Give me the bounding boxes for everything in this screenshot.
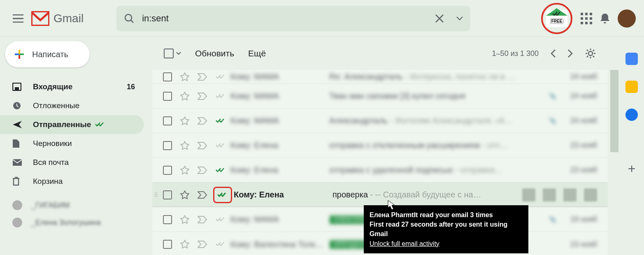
row-checkbox[interactable] [163, 92, 172, 101]
svg-rect-6 [585, 17, 588, 20]
row-checkbox[interactable] [163, 141, 172, 150]
mailtrack-tooltip: Елена PharmtIt read your email 3 times F… [364, 205, 528, 253]
importance-icon[interactable] [198, 142, 207, 149]
nav-allmail[interactable]: Вся почта [0, 153, 144, 172]
svg-rect-5 [581, 17, 583, 20]
importance-icon[interactable] [198, 167, 207, 174]
nav-sent[interactable]: Отправленные [0, 115, 144, 134]
star-icon[interactable] [180, 240, 189, 249]
snooze-icon[interactable] [584, 188, 597, 202]
extension-free-label: FREE [550, 19, 564, 24]
avatar-icon [12, 200, 22, 210]
attachment-icon: 📎 [549, 117, 560, 125]
tooltip-unlock-link[interactable]: Unlock full email activity [370, 240, 439, 247]
nav-label: Входящие [33, 82, 72, 91]
email-row[interactable]: Кому: МАМА Александрталь - Жителям Алекс… [152, 109, 608, 133]
tasks-addon-icon[interactable] [625, 109, 638, 121]
account-avatar[interactable] [618, 9, 636, 28]
star-icon[interactable] [180, 92, 189, 101]
main-menu-button[interactable] [8, 9, 28, 28]
hamburger-icon [13, 14, 23, 23]
calendar-addon-icon[interactable] [625, 53, 638, 65]
row-date: 23 нояб [560, 240, 597, 249]
nav-drafts[interactable]: Черновики [0, 134, 144, 153]
chat-contact[interactable]: _ГИГАБИМ [0, 197, 144, 214]
gmail-logo-icon [31, 11, 49, 26]
track-status-icon [216, 93, 229, 99]
importance-icon[interactable] [198, 117, 207, 125]
vertical-scrollbar[interactable] [610, 70, 618, 152]
row-sender: Кому: Елена [230, 141, 329, 150]
nav-label: Корзина [33, 177, 63, 186]
importance-icon[interactable] [198, 73, 207, 81]
row-date: 24 нояб [560, 116, 597, 125]
nav-snoozed[interactable]: Отложенные [0, 96, 144, 115]
nav-trash[interactable]: Корзина [0, 172, 144, 191]
importance-icon[interactable] [198, 191, 207, 199]
pager-prev-icon[interactable] [550, 49, 556, 58]
email-row[interactable]: Кому: Елена отправка с отключенным расши… [152, 133, 608, 158]
select-all-checkbox[interactable] [164, 49, 174, 58]
row-subject: отправка с удаленной подписью - отправка… [329, 165, 560, 175]
email-row-hovered[interactable]: ⠿ Кому: Елена проверка - -- Создавай буд… [152, 183, 608, 207]
select-dropdown-icon[interactable] [176, 52, 181, 55]
list-toolbar: Обновить Ещё 1–50 из 1 300 [152, 37, 608, 70]
nav-list: Входящие 16 Отложенные Отправленные Черн… [0, 77, 144, 191]
apps-grid-icon[interactable] [581, 13, 592, 24]
row-checkbox[interactable] [163, 190, 172, 199]
star-icon[interactable] [180, 141, 189, 150]
row-checkbox[interactable] [163, 72, 172, 81]
clear-search-icon[interactable] [435, 14, 444, 23]
search-icon [124, 13, 135, 24]
track-status-icon [216, 217, 229, 223]
row-checkbox[interactable] [163, 240, 172, 249]
row-checkbox[interactable] [163, 215, 172, 224]
refresh-button[interactable]: Обновить [195, 49, 234, 58]
drag-handle-icon[interactable]: ⠿ [154, 192, 157, 198]
archive-icon[interactable] [522, 188, 535, 202]
chat-contact[interactable]: _Елена Зологушина [0, 214, 144, 231]
row-date: 23 нояб [560, 166, 597, 174]
compose-button[interactable]: Написать [5, 41, 90, 67]
row-subject: проверка - -- Создавай будущее с на… [332, 190, 514, 199]
star-icon[interactable] [180, 72, 189, 81]
star-icon[interactable] [180, 215, 189, 224]
svg-rect-7 [590, 17, 592, 20]
email-row[interactable]: Кому: МАМА Тван ман сапожки [3] купил се… [152, 84, 608, 109]
envelope-icon: FREE [546, 10, 567, 27]
row-checkbox[interactable] [163, 166, 172, 175]
more-button[interactable]: Ещё [248, 49, 266, 58]
brand-name: Gmail [53, 12, 84, 25]
brand[interactable]: Gmail [31, 11, 84, 26]
star-icon[interactable] [180, 190, 189, 199]
email-row[interactable]: Кому: Елена отправка с удаленной подпись… [152, 158, 608, 183]
svg-rect-10 [590, 22, 592, 24]
notifications-icon[interactable] [600, 12, 610, 25]
compose-plus-icon [13, 48, 26, 60]
delete-icon[interactable] [543, 188, 556, 202]
search-options-dropdown-icon[interactable] [456, 16, 463, 21]
star-icon[interactable] [180, 116, 189, 125]
keep-addon-icon[interactable] [625, 81, 638, 93]
importance-icon[interactable] [198, 216, 207, 223]
get-addons-icon[interactable]: + [628, 161, 636, 176]
email-row[interactable]: Кому: МАМА Re: Александрталь - Интересно… [152, 70, 608, 84]
importance-icon[interactable] [198, 241, 207, 248]
mark-read-icon[interactable] [563, 188, 577, 202]
star-icon[interactable] [180, 166, 189, 175]
row-sender: Кому: Елена [234, 190, 332, 199]
nav-inbox[interactable]: Входящие 16 [0, 77, 144, 96]
row-subject: отправка с отключенным расширением - отп… [329, 141, 560, 150]
track-status-icon-highlighted[interactable] [213, 187, 232, 203]
nav-label: Вся почта [33, 158, 69, 167]
mailtrack-extension-badge[interactable]: FREE [540, 2, 573, 35]
settings-gear-icon[interactable] [585, 48, 596, 59]
search-input[interactable] [142, 13, 435, 24]
pager-next-icon[interactable] [567, 49, 573, 58]
row-hover-actions [522, 188, 597, 202]
row-sender: Кому: МАМА [230, 91, 329, 101]
importance-icon[interactable] [198, 93, 207, 100]
row-checkbox[interactable] [163, 116, 172, 125]
svg-rect-13 [15, 87, 19, 90]
search-bar[interactable] [116, 6, 470, 31]
